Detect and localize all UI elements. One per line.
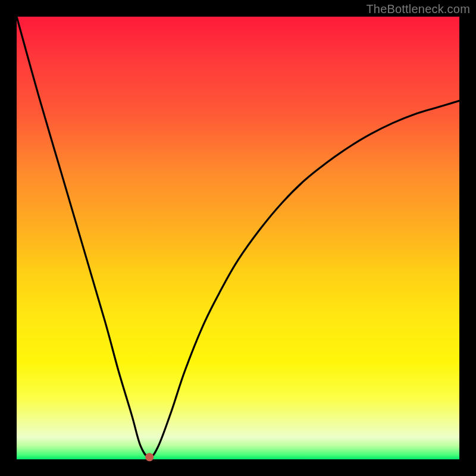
minimum-marker [145, 453, 154, 461]
watermark-text: TheBottleneck.com [366, 2, 470, 16]
plot-area [17, 17, 459, 459]
bottleneck-curve [17, 17, 459, 459]
chart-frame: TheBottleneck.com [0, 0, 476, 476]
curve-path [17, 17, 459, 457]
